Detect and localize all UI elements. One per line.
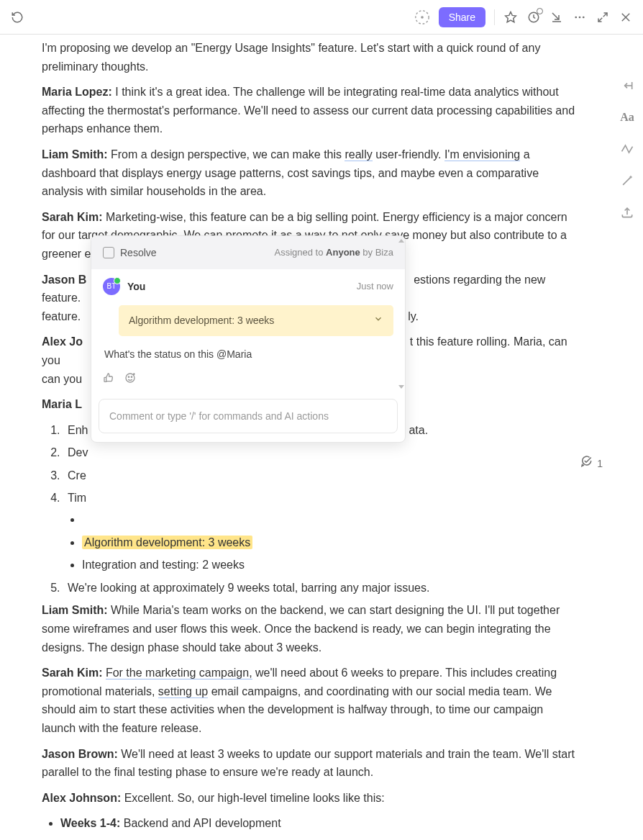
list-item[interactable] [82,510,578,529]
paragraph[interactable]: Sarah Kim: For the marketing campaign, w… [42,664,578,737]
underlined-text: I'm envisioning [444,148,520,161]
comment-text: What's the status on this @Maria [104,346,393,362]
list-item-text: Backend and API development [120,817,281,829]
popover-header: Resolve Assigned to Anyone by Biza [91,236,405,269]
paragraph-text: We'll need at least 3 weeks to update ou… [42,748,575,779]
list-item[interactable]: We're looking at approximately 9 weeks t… [63,579,578,597]
svg-point-1 [421,16,424,19]
list-item[interactable]: Tim Algorithm development: 3 weeks Integ… [63,489,578,574]
comment-input[interactable]: Comment or type '/' for commands and AI … [99,399,398,433]
underlined-text: setting up [158,685,208,698]
comment-icon [580,454,593,473]
svg-line-9 [598,17,602,21]
list-item[interactable]: Dev [63,443,578,462]
list-item[interactable]: Cre [63,466,578,485]
author-name: You [127,279,357,294]
week-label: Weeks 1-4: [60,817,120,829]
svg-marker-2 [506,12,516,22]
paragraph[interactable]: Alex Johnson: Excellent. So, our high-le… [42,789,578,808]
paragraph[interactable]: Liam Smith: While Maria's team works on … [42,601,578,656]
share-button[interactable]: Share [439,7,485,27]
highlighted-text[interactable]: Algorithm development: 3 weeks [82,536,252,549]
expand-icon[interactable] [596,10,610,24]
avatar: BT [103,278,120,295]
thumbs-up-icon[interactable] [103,372,114,388]
svg-point-7 [583,16,585,18]
paragraph-text: can you [42,373,82,385]
chevron-down-icon[interactable] [373,312,383,328]
svg-point-18 [131,376,132,377]
speaker-name: Jason B [42,274,86,286]
svg-point-17 [128,376,129,377]
svg-point-6 [579,16,581,18]
paragraph-text: user-friendly. [373,148,444,161]
comment-popover: Resolve Assigned to Anyone by Biza BT Yo… [91,235,406,443]
paragraph[interactable]: Jason Brown: We'll need at least 3 weeks… [42,745,578,782]
popover-body: BT You Just now Algorithm development: 3… [91,269,405,398]
speaker-name: Liam Smith: [42,148,108,161]
list-item-tail: ata. [409,424,428,436]
popover-footer: Comment or type '/' for commands and AI … [91,399,405,442]
dashed-circle-icon[interactable] [414,9,430,25]
divider [494,9,495,25]
bullet-list: Weeks 1-4: Backend and API development W… [42,814,578,840]
svg-point-5 [575,16,577,18]
list-item-text: Tim [68,492,86,504]
resolve-label[interactable]: Resolve [120,245,275,261]
paragraph-text: I think it's a great idea. The challenge… [42,86,575,135]
paragraph-text: ly. [408,310,419,322]
close-icon[interactable] [619,10,633,24]
comment-snippet[interactable]: Algorithm development: 3 weeks [119,305,393,335]
list-item-text: Enh [68,424,88,436]
paragraph-text: While Maria's team works on the backend,… [42,604,560,653]
clock-icon[interactable] [526,10,541,24]
list-item[interactable]: Weeks 1-4: Backend and API development [60,814,578,833]
more-icon[interactable] [573,10,587,24]
comment-marker[interactable]: 1 [580,454,603,473]
speaker-name: Alex Jo [42,335,83,348]
reaction-row [103,372,393,388]
topbar: Share [0,0,643,35]
list-item[interactable]: Integration and testing: 2 weeks [82,556,578,574]
speaker-name: Jason Brown: [42,748,118,760]
assigned-label: Assigned to [275,247,327,258]
comment-count: 1 [597,456,603,471]
timestamp: Just now [357,279,393,294]
paragraph[interactable]: Maria Lopez: I think it's a great idea. … [42,83,578,138]
snippet-text: Algorithm development: 3 weeks [129,312,274,328]
ordered-list[interactable]: Enhata. Dev Cre Tim Algorithm developmen… [42,421,578,597]
assignee-name: Anyone [326,247,360,258]
star-icon[interactable] [503,10,518,24]
speaker-name: Maria L [42,398,82,410]
paragraph[interactable]: Liam Smith: From a design perspective, w… [42,145,578,201]
scrollbar[interactable] [399,242,403,386]
refresh-icon[interactable] [10,10,24,24]
speaker-name: Alex Johnson: [42,792,121,804]
assigned-to[interactable]: Assigned to Anyone by Biza [275,245,393,261]
paragraph[interactable]: I'm proposing we develop an "Energy Usag… [42,39,578,76]
speaker-name: Liam Smith: [42,604,108,616]
svg-point-16 [126,374,134,382]
assigned-by: by Biza [360,247,393,258]
speaker-name: Sarah Kim: [42,211,102,223]
svg-line-8 [603,13,607,17]
emoji-icon[interactable] [124,372,136,388]
paragraph-text: Excellent. So, our high-level timeline l… [121,792,384,804]
list-item[interactable]: Weeks 1-3: UI/UX design [60,837,578,840]
paragraph-text: feature. [42,310,81,322]
underlined-text: For the marketing campaign, [106,667,252,679]
paragraph-text: From a design perspective, we can make t… [108,148,345,161]
bullet-list: Algorithm development: 3 weeks Integrati… [68,510,578,574]
speaker-name: Sarah Kim: [42,667,102,679]
speaker-name: Maria Lopez: [42,86,112,98]
list-item[interactable]: Algorithm development: 3 weeks [82,533,578,552]
underlined-text: really [345,148,372,161]
resolve-checkbox[interactable] [103,247,114,258]
download-icon[interactable] [549,10,564,24]
